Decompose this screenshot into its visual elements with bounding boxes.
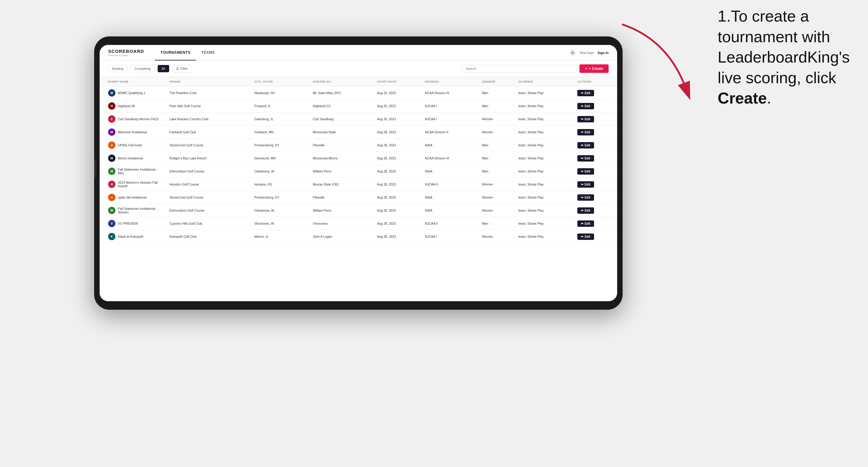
edit-label: Edit	[585, 209, 590, 212]
edit-button[interactable]: ✏ Edit	[577, 90, 594, 96]
edit-label: Edit	[585, 157, 590, 160]
cell-start-date: Aug 24, 2023	[374, 87, 422, 100]
cell-scoring: team, Stroke Play	[516, 204, 574, 217]
table-row: U upike fall invitational StoneCrest Gol…	[100, 191, 617, 204]
plus-icon: +	[585, 66, 587, 71]
table-row: U UPIKE Fall Invite StoneCrest Golf Cour…	[100, 139, 617, 152]
cell-scoring: team, Stroke Play	[516, 152, 574, 165]
pencil-icon: ✏	[581, 118, 583, 121]
cell-city: Galesburg, IL	[251, 113, 310, 126]
cell-division: NAIA	[422, 191, 479, 204]
filter-options-button[interactable]: ☰ Filter	[172, 65, 192, 72]
cell-event-name: M Maverick Invitational	[100, 126, 166, 139]
team-logo: W	[108, 167, 116, 175]
cell-venue: Park Hills Golf Course	[166, 100, 251, 113]
cell-scoring: team, Stroke Play	[516, 113, 574, 126]
edit-button[interactable]: ✏ Edit	[577, 142, 594, 149]
main-nav: TOURNAMENTS TEAMS	[155, 45, 220, 60]
team-logo: M	[108, 89, 116, 97]
cell-start-date: Aug 28, 2023	[374, 139, 422, 152]
edit-label: Edit	[585, 196, 590, 199]
cell-division: NJCAA I	[422, 230, 479, 243]
all-filter-button[interactable]: All	[158, 65, 169, 72]
cell-gender: Women	[479, 178, 516, 191]
cell-actions: ✏ Edit	[574, 113, 617, 126]
event-name-text: Carl Sandburg Women FA23	[118, 117, 158, 121]
cell-event-name: W Fall Statesmen Invitational - Men	[100, 165, 166, 178]
cell-venue: Cypress Hills Golf Club	[166, 217, 251, 230]
event-name-text: VU PREVIEW	[118, 222, 138, 225]
cell-hosted-by: Highland CC	[310, 100, 374, 113]
event-name-text: MSMC Qualifying 1	[118, 91, 145, 95]
user-name: Test User	[580, 51, 594, 55]
edit-label: Edit	[585, 235, 590, 238]
cell-gender: Women	[479, 204, 516, 217]
edit-button[interactable]: ✏ Edit	[577, 181, 594, 188]
team-logo: W	[108, 207, 116, 214]
sign-in-button[interactable]: Sign In	[597, 51, 609, 55]
filter-bar: Hosting Competing All ☰ Filter + + Creat…	[100, 61, 617, 77]
edit-button[interactable]: ✏ Edit	[577, 234, 594, 240]
cell-event-name: C Carl Sandburg Women FA23	[100, 113, 166, 126]
cell-hosted-by: Minnesota State	[310, 126, 374, 139]
search-input[interactable]	[461, 65, 577, 72]
cell-venue: Edmundson Golf Course	[166, 204, 251, 217]
pencil-icon: ✏	[581, 131, 583, 134]
col-gender: GENDER	[479, 77, 516, 87]
create-button[interactable]: + + Create	[580, 64, 609, 73]
table-row: W Fall Statesmen Invitational - Men Edmu…	[100, 165, 617, 178]
team-logo: M	[108, 155, 116, 162]
cell-division: NJCAA II	[422, 217, 479, 230]
cell-start-date: Aug 28, 2023	[374, 217, 422, 230]
hosting-filter-button[interactable]: Hosting	[108, 65, 127, 72]
edit-button[interactable]: ✏ Edit	[577, 207, 594, 214]
cell-gender: Men	[479, 217, 516, 230]
edit-label: Edit	[585, 170, 590, 173]
cell-hosted-by: Vincennes	[310, 217, 374, 230]
cell-start-date: Aug 28, 2023	[374, 126, 422, 139]
team-logo: C	[108, 115, 116, 123]
cell-city: Oskaloosa, IA	[251, 204, 310, 217]
table-row: M Maverick Invitational Faribault Golf C…	[100, 126, 617, 139]
edit-button[interactable]: ✏ Edit	[577, 220, 594, 227]
cell-actions: ✏ Edit	[574, 230, 617, 243]
col-event-name: EVENT NAME	[100, 77, 166, 87]
cell-actions: ✏ Edit	[574, 191, 617, 204]
tab-tournaments[interactable]: TOURNAMENTS	[155, 45, 196, 60]
cell-event-name: H Highland 36	[100, 100, 166, 113]
cell-event-name: V VU PREVIEW	[100, 217, 166, 230]
cell-gender: Women	[479, 113, 516, 126]
edit-button[interactable]: ✏ Edit	[577, 155, 594, 161]
settings-icon[interactable]: ⚙	[569, 50, 576, 56]
cell-venue: Faribault Golf Club	[166, 126, 251, 139]
tournaments-table: EVENT NAME VENUE CITY, STATE HOSTED BY S…	[100, 77, 617, 243]
pencil-icon: ✏	[581, 235, 583, 238]
edit-button[interactable]: ✏ Edit	[577, 116, 594, 122]
tab-teams[interactable]: TEAMS	[196, 45, 220, 60]
cell-hosted-by: Minnesota-Morris	[310, 152, 374, 165]
cell-city: Hesston, KS	[251, 178, 310, 191]
competing-filter-button[interactable]: Competing	[130, 65, 154, 72]
edit-button[interactable]: ✏ Edit	[577, 129, 594, 135]
cell-event-name: M Morris Invitational	[100, 152, 166, 165]
event-name-text: Maverick Invitational	[118, 130, 147, 134]
table-row: H 2023 Women's Hesston Fall Kickoff Hess…	[100, 178, 617, 191]
pencil-icon: ✏	[581, 170, 583, 173]
cell-scoring: team, Stroke Play	[516, 217, 574, 230]
edit-button[interactable]: ✏ Edit	[577, 194, 594, 201]
edit-button[interactable]: ✏ Edit	[577, 168, 594, 175]
col-actions: ACTIONS	[574, 77, 617, 87]
cell-hosted-by: John A Logan	[310, 230, 374, 243]
cell-city: Vincennes, IN	[251, 217, 310, 230]
cell-division: NAIA	[422, 204, 479, 217]
cell-gender: Women	[479, 191, 516, 204]
tablet-screen: SCOREBOARD Powered by clippit TOURNAMENT…	[100, 45, 617, 301]
cell-venue: Kokopelli Golf Club	[166, 230, 251, 243]
pencil-icon: ✏	[581, 104, 583, 108]
pencil-icon: ✏	[581, 157, 583, 160]
cell-gender: Men	[479, 100, 516, 113]
cell-scoring: team, Stroke Play	[516, 100, 574, 113]
top-bar-right: ⚙ Test User Sign In	[569, 50, 609, 56]
app-logo: SCOREBOARD Powered by clippit	[108, 49, 144, 57]
edit-button[interactable]: ✏ Edit	[577, 103, 594, 109]
